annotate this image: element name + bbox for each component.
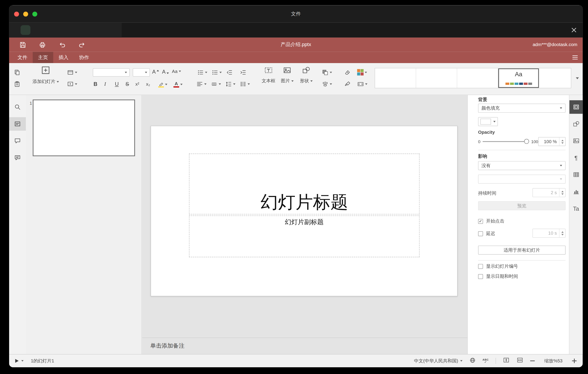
font-color-button[interactable]: A <box>173 80 182 89</box>
image-icon <box>283 66 292 76</box>
show-date-checkbox[interactable] <box>478 274 483 279</box>
align-shape-button[interactable] <box>322 81 332 88</box>
menu-icon[interactable] <box>567 52 583 63</box>
theme-item[interactable] <box>457 68 498 88</box>
preview-button[interactable]: 预览 <box>478 201 566 210</box>
paragraph-settings-icon[interactable]: ¶ <box>569 151 583 165</box>
horizontal-align-button[interactable] <box>196 81 206 88</box>
fit-to-slide-icon[interactable] <box>503 357 510 365</box>
copy-style-icon[interactable] <box>344 81 351 88</box>
background-fill-select[interactable]: 颜色填充 <box>478 104 566 112</box>
vertical-align-button[interactable] <box>211 81 221 88</box>
line-spacing-button[interactable] <box>225 81 235 88</box>
themes-gallery-expand[interactable] <box>573 68 582 88</box>
bullets-button[interactable] <box>197 69 207 76</box>
undo-icon[interactable] <box>58 41 66 49</box>
delay-checkbox[interactable] <box>478 231 483 236</box>
chevron-down-icon[interactable] <box>21 360 23 362</box>
document-title: 产品介绍.pptx <box>9 41 583 48</box>
slide-thumbnail[interactable] <box>33 99 135 156</box>
chat-icon[interactable] <box>9 151 26 165</box>
subtitle-placeholder[interactable]: 幻灯片副标题 <box>189 216 420 257</box>
arrange-shape-button[interactable] <box>322 69 332 76</box>
tab-home[interactable]: 主页 <box>33 52 53 63</box>
theme-item-selected[interactable]: Aa <box>498 68 539 88</box>
font-size-combobox[interactable] <box>133 68 150 77</box>
language-label: 中文(中华人民共和国) <box>414 358 458 364</box>
clear-style-icon[interactable] <box>344 69 351 76</box>
redo-icon[interactable] <box>78 41 85 49</box>
left-dock <box>9 95 26 354</box>
close-icon[interactable] <box>570 26 578 34</box>
subscript-button[interactable]: x₂ <box>146 80 150 88</box>
start-slideshow-button[interactable] <box>67 81 77 88</box>
slide-settings-icon[interactable] <box>569 100 583 114</box>
language-selector[interactable]: 中文(中华人民共和国) <box>414 358 462 364</box>
fit-to-width-icon[interactable] <box>516 357 524 365</box>
fill-color-picker[interactable] <box>478 117 498 126</box>
spellcheck-icon[interactable]: ABC ✓ <box>483 358 489 364</box>
zoom-out-icon[interactable] <box>530 361 535 361</box>
opacity-slider[interactable] <box>483 137 529 146</box>
tab-file[interactable]: 文件 <box>12 52 33 63</box>
theme-item[interactable] <box>416 68 457 88</box>
decrease-font-button[interactable]: A <box>162 69 169 75</box>
shape-settings-icon[interactable] <box>569 117 583 131</box>
textart-settings-icon[interactable]: Ta <box>569 201 583 215</box>
notes-area[interactable]: 单击添加备注 <box>142 338 467 354</box>
show-slide-number-checkbox[interactable] <box>478 264 483 269</box>
slider-handle[interactable] <box>524 139 529 144</box>
tab-insert[interactable]: 插入 <box>53 52 74 63</box>
tab-collaboration[interactable]: 协作 <box>74 52 94 63</box>
save-icon[interactable] <box>19 41 26 49</box>
add-slide-button[interactable]: 添加幻灯片 <box>31 66 60 85</box>
underline-button[interactable]: U <box>115 80 119 88</box>
slide[interactable]: 幻灯片标题 幻灯片副标题 <box>151 126 458 296</box>
bold-button[interactable]: B <box>94 80 97 88</box>
comments-icon[interactable] <box>9 134 26 147</box>
change-layout-button[interactable] <box>67 69 77 76</box>
title-placeholder[interactable]: 幻灯片标题 <box>189 154 420 215</box>
chevron-down-icon <box>560 178 562 180</box>
text-box-button[interactable]: 文本框 <box>260 66 277 84</box>
strikethrough-button[interactable]: S <box>126 80 129 88</box>
font-name-combobox[interactable] <box>93 68 130 77</box>
decrease-indent-button[interactable] <box>226 69 233 76</box>
numbering-button[interactable] <box>211 69 222 76</box>
columns-button[interactable] <box>240 81 250 88</box>
effect-select[interactable]: 没有 <box>478 161 566 170</box>
spin-arrows[interactable] <box>559 137 565 146</box>
superscript-button[interactable]: x² <box>135 80 139 88</box>
document-language-icon[interactable] <box>469 357 476 365</box>
table-settings-icon[interactable] <box>569 168 583 181</box>
start-on-click-checkbox[interactable]: ✓ <box>478 219 483 224</box>
change-case-button[interactable]: Aa <box>172 69 181 74</box>
print-icon[interactable] <box>38 41 46 49</box>
shape-button[interactable]: 形状 <box>298 66 314 84</box>
search-icon[interactable] <box>9 100 26 114</box>
copy-icon[interactable] <box>14 69 21 76</box>
theme-item[interactable] <box>375 68 416 88</box>
slides-panel-icon[interactable] <box>9 117 26 131</box>
increase-font-button[interactable]: A <box>152 69 159 75</box>
increase-indent-button[interactable] <box>240 69 247 76</box>
editing-canvas[interactable]: 幻灯片标题 幻灯片副标题 <box>142 95 467 338</box>
chart-settings-icon[interactable] <box>569 185 583 198</box>
italic-button[interactable]: I <box>104 80 106 88</box>
apply-to-all-button[interactable]: 适用于所有幻灯片 <box>478 246 566 254</box>
traffic-light-zoom[interactable] <box>32 11 37 16</box>
paste-icon[interactable] <box>14 81 21 88</box>
zoom-in-icon[interactable] <box>572 359 577 363</box>
opacity-spinbox[interactable]: 100 % <box>538 137 566 146</box>
traffic-light-minimize[interactable] <box>23 11 28 16</box>
image-button[interactable]: 图片 <box>280 66 295 84</box>
slide-size-button[interactable] <box>357 81 368 88</box>
statusbar-left: 1的幻灯片1 <box>9 358 54 364</box>
opacity-label: Opacity <box>478 130 495 135</box>
delay-spinbox: 10 s <box>532 229 566 238</box>
traffic-light-close[interactable] <box>14 11 19 16</box>
highlight-color-button[interactable] <box>158 80 167 89</box>
color-scheme-button[interactable] <box>357 69 367 76</box>
image-settings-icon[interactable] <box>569 134 583 147</box>
start-slideshow-icon[interactable] <box>15 359 19 363</box>
